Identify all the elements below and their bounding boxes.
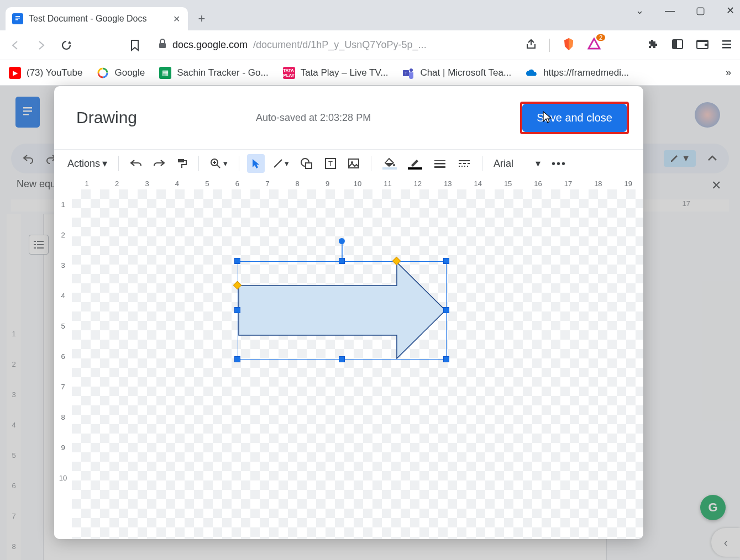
hruler-tick: 16	[523, 179, 553, 188]
resize-handle-n[interactable]	[339, 258, 345, 264]
hruler-tick: 17	[553, 179, 583, 188]
brave-shields-icon[interactable]	[562, 37, 575, 54]
url-path: /document/d/1hP_y_UsnQ7YoPy-5p_...	[253, 39, 427, 51]
wallet-icon[interactable]	[696, 38, 709, 52]
docs-favicon	[12, 13, 23, 24]
svg-point-22	[410, 68, 413, 72]
nav-forward-button[interactable]	[33, 38, 49, 53]
line-tool-dropdown[interactable]: ▾	[269, 154, 292, 173]
bookmarks-overflow-icon[interactable]: »	[726, 67, 731, 78]
more-options-button[interactable]: •••	[548, 154, 570, 173]
svg-rect-9	[673, 40, 677, 49]
new-tab-button[interactable]: +	[192, 9, 211, 28]
vruler-tick: 5	[61, 311, 65, 341]
drawing-toolbar: Actions▾ ▾ ▾ T Arial▾ •••	[54, 150, 643, 177]
bookmark-teams[interactable]: T Chat | Microsoft Tea...	[402, 67, 511, 79]
bookmark-sheets[interactable]: ▦Sachin Tracker - Go...	[159, 67, 268, 79]
hruler-tick: 12	[403, 179, 433, 188]
hruler-tick: 8	[282, 179, 312, 188]
resize-handle-nw[interactable]	[234, 258, 240, 264]
window-maximize-icon[interactable]: ▢	[696, 4, 705, 17]
hruler-tick: 5	[192, 179, 222, 188]
redo-button[interactable]	[150, 154, 169, 173]
drawing-horizontal-ruler[interactable]: 1 2 3 4 5 6 7 8 9 10 11 12 13 14 15 16 1…	[72, 177, 643, 189]
hruler-tick: 15	[493, 179, 523, 188]
fill-color-button[interactable]	[379, 154, 400, 173]
border-color-button[interactable]	[405, 154, 426, 173]
window-close-icon[interactable]: ✕	[726, 4, 734, 17]
save-and-close-button[interactable]: Save and close	[522, 104, 627, 132]
vruler-tick: 1	[61, 189, 65, 220]
chevron-down-icon: ▾	[102, 157, 107, 170]
bookmark-label: Chat | Microsoft Tea...	[420, 67, 511, 78]
border-dash-button[interactable]	[454, 154, 474, 173]
extensions-icon[interactable]	[647, 38, 659, 52]
bookmark-label: Sachin Tracker - Go...	[177, 67, 268, 78]
svg-rect-20	[403, 70, 409, 76]
select-tool[interactable]	[247, 154, 265, 173]
browser-tab-active[interactable]: Test Document - Google Docs ✕	[6, 7, 188, 30]
drawing-dialog: Drawing Auto-saved at 2:03:28 PM Save an…	[54, 86, 643, 539]
tab-close-icon[interactable]: ✕	[173, 14, 180, 24]
lock-icon	[158, 39, 167, 51]
paint-format-button[interactable]	[173, 154, 191, 173]
resize-handle-ne[interactable]	[443, 258, 449, 264]
side-panel-icon[interactable]	[671, 38, 684, 52]
bookmark-tataplay[interactable]: TATAPLAYTata Play – Live TV...	[283, 67, 389, 79]
font-family-select[interactable]: Arial▾	[490, 154, 544, 173]
bookmark-google[interactable]: Google	[97, 67, 145, 79]
text-box-tool[interactable]: T	[321, 154, 340, 173]
hruler-tick: 19	[613, 179, 643, 188]
hruler-tick: 7	[253, 179, 282, 188]
url-host: docs.google.com	[172, 39, 248, 51]
shape-tool-dropdown[interactable]	[297, 154, 317, 173]
svg-point-38	[301, 159, 309, 166]
hruler-tick: 4	[162, 179, 192, 188]
vruler-tick: 9	[61, 432, 65, 463]
resize-handle-e[interactable]	[443, 307, 449, 313]
svg-rect-11	[697, 40, 708, 42]
undo-button[interactable]	[127, 154, 145, 173]
google-icon	[97, 67, 109, 79]
actions-menu[interactable]: Actions▾	[64, 154, 111, 173]
chevron-down-icon: ▾	[223, 159, 228, 168]
border-weight-button[interactable]	[430, 154, 450, 173]
hruler-tick: 13	[433, 179, 463, 188]
resize-handle-sw[interactable]	[234, 356, 240, 362]
browser-menu-icon[interactable]	[721, 39, 732, 52]
zoom-dropdown[interactable]: ▾	[207, 154, 231, 173]
hruler-tick: 14	[463, 179, 492, 188]
share-icon[interactable]	[525, 38, 537, 52]
tataplay-icon: TATAPLAY	[283, 67, 295, 79]
save-close-highlight: Save and close	[520, 102, 629, 134]
resize-handle-w[interactable]	[234, 307, 240, 313]
image-tool[interactable]	[344, 154, 363, 173]
window-minimize-icon[interactable]: —	[665, 5, 675, 17]
bookmark-this-tab-icon[interactable]	[127, 38, 143, 53]
resize-handle-se[interactable]	[443, 356, 449, 362]
drawing-vertical-ruler[interactable]: 1 2 3 4 5 6 7 8 9 10	[54, 189, 72, 539]
drawing-dialog-header: Drawing Auto-saved at 2:03:28 PM Save an…	[54, 86, 643, 150]
svg-point-18	[98, 68, 107, 77]
nav-reload-button[interactable]	[59, 38, 74, 53]
chevron-down-icon: ▾	[536, 157, 540, 170]
tabs-dropdown-icon[interactable]: ⌄	[636, 4, 644, 17]
url-box[interactable]: docs.google.com/document/d/1hP_y_UsnQ7Yo…	[153, 35, 515, 56]
bookmark-label: (73) YouTube	[27, 67, 82, 78]
bookmark-label: Tata Play – Live TV...	[301, 67, 389, 78]
resize-handle-s[interactable]	[339, 356, 345, 362]
brave-rewards-icon[interactable]: 2	[587, 38, 601, 53]
rotation-handle[interactable]	[339, 238, 345, 244]
sheets-icon: ▦	[159, 67, 171, 79]
nav-back-button[interactable]	[8, 38, 23, 53]
browser-tab-strip: Test Document - Google Docs ✕ + ⌄ — ▢ ✕	[0, 0, 740, 30]
vruler-tick: 3	[61, 250, 65, 281]
bookmark-onedrive[interactable]: https://framedmedi...	[526, 67, 629, 79]
cloud-icon	[526, 67, 538, 79]
drawing-canvas[interactable]	[72, 189, 643, 539]
svg-text:T: T	[405, 71, 407, 76]
bookmark-label: https://framedmedi...	[543, 67, 629, 78]
svg-rect-15	[722, 47, 731, 49]
svg-point-33	[211, 159, 218, 166]
bookmark-youtube[interactable]: ▶(73) YouTube	[9, 67, 82, 79]
